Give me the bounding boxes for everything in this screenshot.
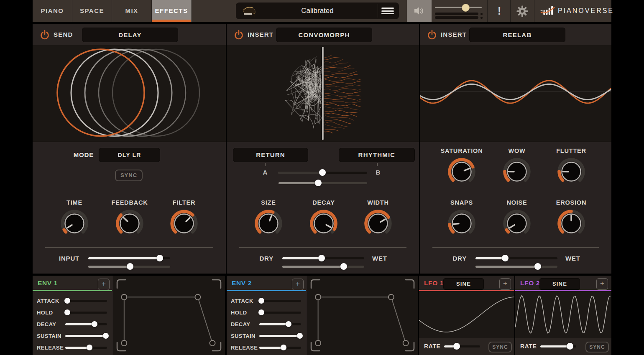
lfo1-sync-button[interactable]: SYNC <box>488 342 512 352</box>
reelab-mix-slider-2-handle[interactable] <box>534 263 541 270</box>
time-knob[interactable] <box>59 208 89 238</box>
lfo2-wave-selector[interactable]: SINE <box>539 278 580 290</box>
convomorph-mix-slider-2-handle[interactable] <box>340 263 347 270</box>
lfo1-add-button[interactable]: + <box>499 278 511 290</box>
preset-menu-icon[interactable] <box>381 8 394 15</box>
feedback-knob[interactable] <box>115 208 145 238</box>
width-knob[interactable] <box>363 208 393 238</box>
envelope-node[interactable] <box>121 294 127 300</box>
env2-hold-slider[interactable] <box>259 309 301 316</box>
noise-knob[interactable] <box>502 208 532 238</box>
env1-add-button[interactable]: + <box>98 279 110 290</box>
volume-track[interactable] <box>435 7 482 8</box>
delay-mode-selector[interactable]: DLY LR <box>99 148 160 162</box>
delay-sync-button[interactable]: SYNC <box>115 170 143 181</box>
power-icon[interactable] <box>427 29 437 40</box>
flutter-knob[interactable] <box>556 157 586 187</box>
env2-decay-slider[interactable] <box>259 320 301 328</box>
env1-attack-slider-handle[interactable] <box>64 298 70 304</box>
env1-hold-slider-handle[interactable] <box>64 309 70 315</box>
delay-mix-slider-handle[interactable] <box>156 255 163 261</box>
tab-piano[interactable]: PIANO <box>33 0 72 22</box>
lfo1-wave-selector[interactable]: SINE <box>443 278 484 290</box>
envelope-node[interactable] <box>210 340 215 346</box>
decay-knob[interactable] <box>309 208 339 238</box>
env1-sustain-slider-handle[interactable] <box>103 333 109 339</box>
env2-sustain-slider[interactable] <box>259 332 301 340</box>
filter-knob[interactable] <box>169 208 199 238</box>
convomorph-selector[interactable]: CONVOMORPH <box>276 28 372 42</box>
volume-slider[interactable] <box>435 3 482 11</box>
reelab-mix-slider-2[interactable] <box>475 263 557 270</box>
env2-release-slider-handle[interactable] <box>281 345 286 350</box>
reelab-mix-slider-handle[interactable] <box>502 255 509 261</box>
wow-knob[interactable] <box>502 157 532 187</box>
env1-attack-slider-track[interactable] <box>65 300 107 302</box>
snaps-knob[interactable] <box>447 208 477 238</box>
reelab-selector[interactable]: REELAB <box>469 28 565 42</box>
env1-attack-slider[interactable] <box>65 297 107 304</box>
morph-ab-slider-2-handle[interactable] <box>315 180 322 186</box>
ir-b-button[interactable]: RHYTHMIC <box>339 148 415 162</box>
lfo2-rate-slider-handle[interactable] <box>567 343 573 350</box>
lfo2-add-button[interactable]: + <box>596 278 608 290</box>
preset-name[interactable]: Calibrated <box>236 3 399 19</box>
tab-space[interactable]: SPACE <box>72 0 112 22</box>
env1-sustain-slider[interactable] <box>65 332 107 340</box>
env1-release-slider-handle[interactable] <box>87 345 92 350</box>
lfo1-rate-slider[interactable] <box>444 342 480 350</box>
lfo1-wave-svg <box>419 291 514 338</box>
env2-hold-slider-track[interactable] <box>259 312 301 314</box>
convomorph-mix-slider-2[interactable] <box>282 263 364 270</box>
envelope-node[interactable] <box>121 340 127 346</box>
env1-decay-slider-handle[interactable] <box>92 321 97 327</box>
envelope-node[interactable] <box>388 294 394 300</box>
morph-ab-slider[interactable] <box>278 169 367 176</box>
ir-a-button[interactable]: RETURN <box>233 148 308 162</box>
env1-hold-slider[interactable] <box>65 309 107 316</box>
reelab-mix-slider[interactable] <box>475 254 557 262</box>
lfo1-rate-slider-handle[interactable] <box>453 343 460 350</box>
envelope-node[interactable] <box>315 294 321 300</box>
convomorph-mix-slider-handle[interactable] <box>318 255 325 261</box>
env2-decay-slider-handle[interactable] <box>286 321 291 327</box>
delay-mix-slider-2[interactable] <box>88 263 170 270</box>
power-icon[interactable] <box>39 29 50 40</box>
env2-add-button[interactable]: + <box>292 279 304 290</box>
envelope-graph[interactable] <box>113 276 225 355</box>
power-icon[interactable] <box>233 29 244 40</box>
morph-ab-slider-handle[interactable] <box>319 169 326 176</box>
env2-sustain-label: SUSTAIN <box>231 333 258 339</box>
morph-ab-slider-2[interactable] <box>279 179 367 187</box>
size-knob[interactable] <box>253 208 284 238</box>
tab-effects[interactable]: EFFECTS <box>152 0 192 22</box>
mute-button[interactable] <box>407 0 432 22</box>
delay-mix-slider[interactable] <box>88 254 170 262</box>
convomorph-mix-right-label: WET <box>372 255 401 262</box>
env2-attack-slider-track[interactable] <box>259 300 301 302</box>
env2-attack-slider[interactable] <box>259 297 301 304</box>
settings-gear-icon[interactable] <box>516 5 528 17</box>
erosion-knob[interactable] <box>556 208 586 238</box>
env1-release-slider[interactable] <box>65 344 107 351</box>
env1-decay-slider[interactable] <box>65 320 107 328</box>
lfo2-sync-button[interactable]: SYNC <box>585 342 609 352</box>
volume-handle[interactable] <box>462 4 470 12</box>
envelope-node[interactable] <box>315 340 321 346</box>
tab-mix[interactable]: MIX <box>112 0 152 22</box>
delay-selector[interactable]: DELAY <box>82 28 178 42</box>
alert-button[interactable]: ! <box>488 0 510 22</box>
envelope-node[interactable] <box>195 294 200 300</box>
delay-mix-slider-2-handle[interactable] <box>127 263 133 270</box>
convomorph-mix-slider[interactable] <box>282 254 364 262</box>
env2-hold-slider-handle[interactable] <box>258 309 264 315</box>
env2-sustain-slider-handle[interactable] <box>297 333 303 339</box>
envelope-node[interactable] <box>403 340 409 346</box>
envelope-graph[interactable] <box>307 276 418 355</box>
env2-attack-slider-handle[interactable] <box>258 298 264 304</box>
saturation-knob[interactable] <box>447 157 477 187</box>
preset-bar[interactable]: Calibrated <box>236 3 399 19</box>
env2-release-slider[interactable] <box>259 344 301 351</box>
env1-hold-slider-track[interactable] <box>65 312 107 314</box>
lfo2-rate-slider[interactable] <box>540 342 576 350</box>
